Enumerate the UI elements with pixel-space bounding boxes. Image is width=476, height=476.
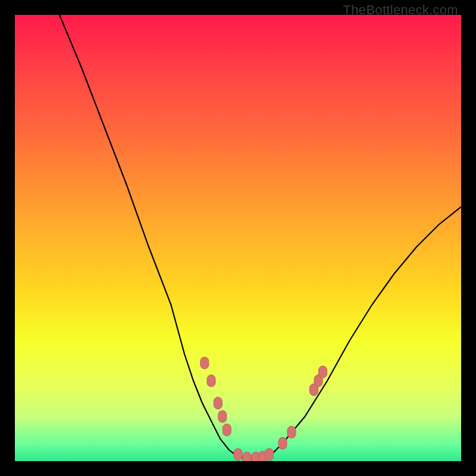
curve-marker — [287, 426, 296, 438]
curve-marker — [234, 449, 242, 461]
bottleneck-curve-path — [60, 15, 461, 459]
curve-marker — [214, 397, 222, 409]
curve-marker — [207, 375, 215, 387]
curve-marker — [243, 452, 251, 461]
curve-marker — [265, 449, 274, 461]
curve-marker — [201, 357, 209, 369]
curve-marker — [218, 411, 227, 422]
curve-markers — [201, 357, 327, 461]
curve-marker — [319, 366, 327, 378]
curve-marker — [278, 437, 287, 449]
bottleneck-curve-svg — [15, 15, 461, 461]
chart-frame — [15, 15, 461, 461]
watermark-text: TheBottleneck.com — [343, 2, 458, 18]
curve-marker — [223, 424, 231, 436]
